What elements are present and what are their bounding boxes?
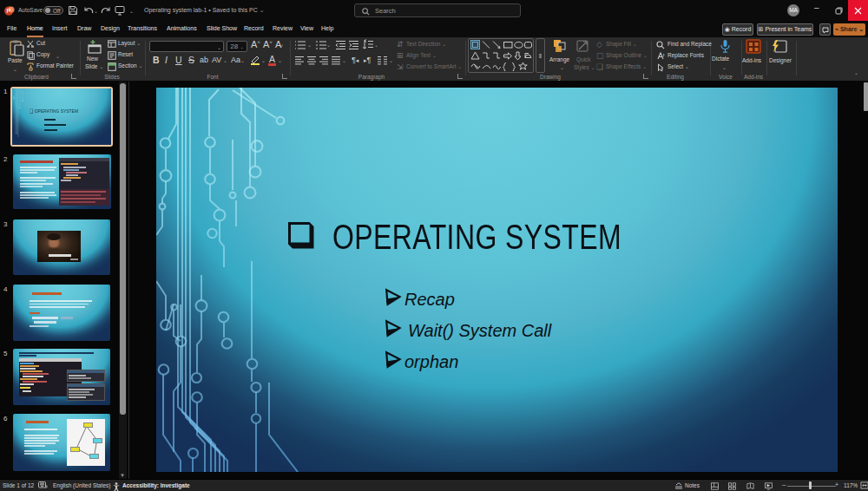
svg-text:P: P bbox=[6, 7, 10, 15]
